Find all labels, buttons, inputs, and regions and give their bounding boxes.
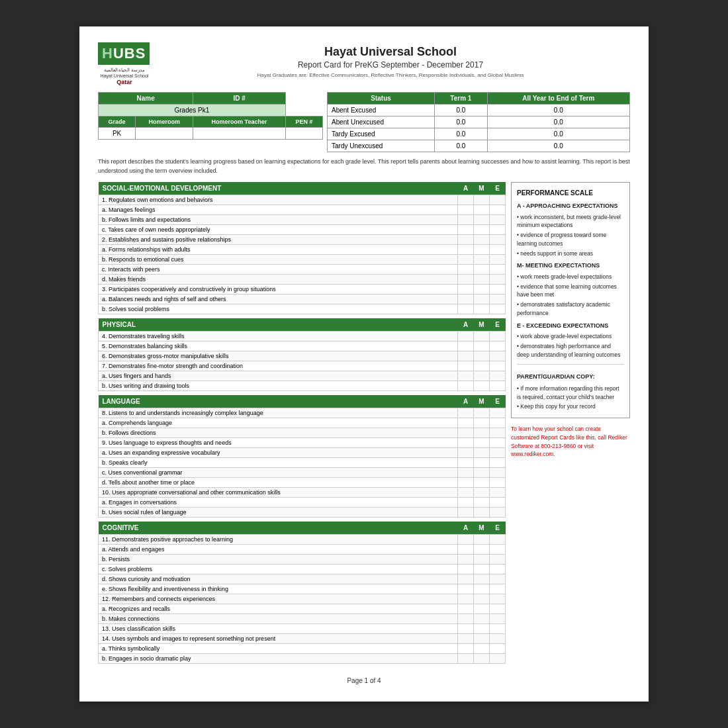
exceeding-list: work above grade-level expectations demo… <box>517 332 624 359</box>
list-item: 14. Uses symbols and images to represent… <box>99 634 506 644</box>
list-item: c. Solves problems <box>99 565 506 574</box>
teacher-header: Homeroom Teacher <box>193 116 285 128</box>
list-item: 1. Regulates own emotions and behaviors <box>99 195 506 205</box>
student-info-left: Name ID # Grades Pk1 Grade Homeroom Home… <box>98 92 323 152</box>
list-item: evidence that some learning outcomes hav… <box>517 283 624 300</box>
list-item: If more information regarding this repor… <box>517 385 624 402</box>
allyear-col-header: All Year to End of Term <box>487 93 629 105</box>
logo-box: HUBS <box>98 42 150 65</box>
list-item: b. Uses writing and drawing tools <box>99 381 506 391</box>
list-item: demonstrates high performance and deep u… <box>517 342 624 359</box>
list-item: 2. Establishes and sustains positive rel… <box>99 235 506 245</box>
list-item: 6. Demonstrates gross-motor manipulative… <box>99 351 506 361</box>
exceeding-header: E - EXCEEDING EXPECTATIONS <box>517 322 624 331</box>
list-item: b. Makes connections <box>99 614 506 624</box>
status-row-absent-excused: Abent Excused0.00.0 <box>328 105 630 116</box>
list-item: a. Forms relationships with adults <box>99 245 506 255</box>
list-item: a. Thinks symbolically <box>99 644 506 654</box>
list-item: a. Uses fingers and hands <box>99 371 506 381</box>
status-table: Status Term 1 All Year to End of Term Ab… <box>327 92 630 152</box>
teacher-value <box>193 128 285 140</box>
header: HUBS مدرسة الحياة العالمية Hayat Univers… <box>98 42 630 85</box>
student-info-table: Name ID # Grades Pk1 Grade Homeroom Home… <box>98 92 323 140</box>
list-item: b. Persists <box>99 555 506 565</box>
list-item: work above grade-level expectations <box>517 332 624 341</box>
list-item: b. Uses social rules of language <box>99 508 506 518</box>
section-cognitive: COGNITIVE A M E 11. Demonstrates positiv… <box>98 522 506 664</box>
header-center: Hayat Universal School Report Card for P… <box>151 42 630 78</box>
name-header: Name <box>99 93 193 105</box>
status-row-tardy-excused: Tardy Excused0.00.0 <box>328 128 630 140</box>
list-item: 4. Demonstrates traveling skills <box>99 332 506 341</box>
list-item: c. Takes care of own needs appropriately <box>99 225 506 235</box>
page: HUBS مدرسة الحياة العالمية Hayat Univers… <box>79 26 649 702</box>
list-item: b. Responds to emotional cues <box>99 255 506 265</box>
page-footer: Page 1 of 4 <box>98 677 630 684</box>
student-info-right: Status Term 1 All Year to End of Term Ab… <box>327 92 630 152</box>
list-item: 5. Demonstrates balancing skills <box>99 341 506 351</box>
tagline: Hayat Graduates are: Effective Communica… <box>151 72 630 78</box>
right-col: PERFORMANCE SCALE A - APPROACHING EXPECT… <box>511 182 630 668</box>
list-item: b. Engages in socio dramatic play <box>99 654 506 664</box>
left-col: SOCIAL-EMOTIONAL DEVELOPMENT A M E 1. Re… <box>98 182 506 668</box>
list-item: a. Balances needs and rights of self and… <box>99 295 506 304</box>
logo-area: HUBS مدرسة الحياة العالمية Hayat Univers… <box>98 42 151 85</box>
section-language: LANGUAGE A M E 8. Listens to and underst… <box>98 395 506 518</box>
rediker-ad: To learn how your school can create cust… <box>511 425 630 459</box>
meeting-list: work meets grade-level expectations evid… <box>517 273 624 318</box>
status-col-header: Status <box>328 93 435 105</box>
term1-col-header: Term 1 <box>435 93 487 105</box>
info-section: Name ID # Grades Pk1 Grade Homeroom Home… <box>98 92 630 152</box>
list-item: e. Shows flexibility and inventiveness i… <box>99 584 506 594</box>
list-item: d. Shows curiosity and motivation <box>99 574 506 584</box>
list-item: b. Follows directions <box>99 428 506 438</box>
list-item: 3. Participates cooperatively and constr… <box>99 285 506 295</box>
id-header: ID # <box>193 93 285 105</box>
section-physical: PHYSICAL A M E 4. Demonstrates traveling… <box>98 318 506 391</box>
list-item: demonstrates satisfactory academic perfo… <box>517 300 624 318</box>
list-item: Keep this copy for your record <box>517 402 624 411</box>
grade-header: Grade <box>99 116 136 128</box>
list-item: d. Tells about another time or place <box>99 478 506 488</box>
guardian-list: If more information regarding this repor… <box>517 385 624 411</box>
report-subtitle: Report Card for PreKG September - Decemb… <box>151 60 630 69</box>
list-item: 9. Uses language to express thoughts and… <box>99 438 506 448</box>
grade-value: PK <box>99 128 136 140</box>
list-item: 13. Uses classification skills <box>99 624 506 634</box>
list-item: work inconsistent, but meets grade-level… <box>517 213 624 230</box>
list-item: a. Engages in conversations <box>99 498 506 508</box>
guardian-copy: PARENT/GUARDIAN COPY: If more informatio… <box>517 364 624 411</box>
homeroom-header: Homeroom <box>136 116 193 128</box>
list-item: b. Speaks clearly <box>99 458 506 468</box>
list-item: 10. Uses appropriate conversational and … <box>99 488 506 498</box>
list-item: 11. Demonstrates positive approaches to … <box>99 535 506 545</box>
list-item: 12. Remembers and connects experiences <box>99 594 506 604</box>
approaching-list: work inconsistent, but meets grade-level… <box>517 213 624 258</box>
list-item: d. Makes friends <box>99 275 506 285</box>
grades-row: Grades Pk1 <box>99 105 286 116</box>
list-item: needs support in some areas <box>517 250 624 258</box>
list-item: a. Uses an expanding expressive vocabula… <box>99 448 506 458</box>
list-item: b. Solves social problems <box>99 304 506 314</box>
list-item: c. Interacts with peers <box>99 265 506 275</box>
description: This report describes the student's lear… <box>98 158 630 175</box>
list-item: a. Manages feelings <box>99 205 506 215</box>
main-content: SOCIAL-EMOTIONAL DEVELOPMENT A M E 1. Re… <box>98 182 630 668</box>
status-row-tardy-unexcused: Tardy Unexcused0.00.0 <box>328 140 630 152</box>
school-name: Hayat Universal School <box>151 45 630 59</box>
pen-header: PEN # <box>285 116 322 128</box>
guardian-header: PARENT/GUARDIAN COPY: <box>517 373 624 382</box>
list-item: c. Uses conventional grammar <box>99 468 506 478</box>
logo-sub: مدرسة الحياة العالمية Hayat Universal Sc… <box>98 67 151 79</box>
list-item: a. Comprehends language <box>99 418 506 428</box>
logo-qatar: Qatar <box>98 79 151 85</box>
pen-value <box>285 128 322 140</box>
list-item: work meets grade-level expectations <box>517 273 624 281</box>
list-item: 8. Listens to and understands increasing… <box>99 408 506 418</box>
list-item: 7. Demonstrates fine-motor strength and … <box>99 361 506 371</box>
meeting-header: M- MEETING EXPECTATIONS <box>517 261 624 271</box>
homeroom-value <box>136 128 193 140</box>
section-social-emotional: SOCIAL-EMOTIONAL DEVELOPMENT A M E 1. Re… <box>98 182 506 314</box>
list-item: a. Attends and engages <box>99 545 506 555</box>
list-item: evidence of progress toward some learnin… <box>517 231 624 248</box>
